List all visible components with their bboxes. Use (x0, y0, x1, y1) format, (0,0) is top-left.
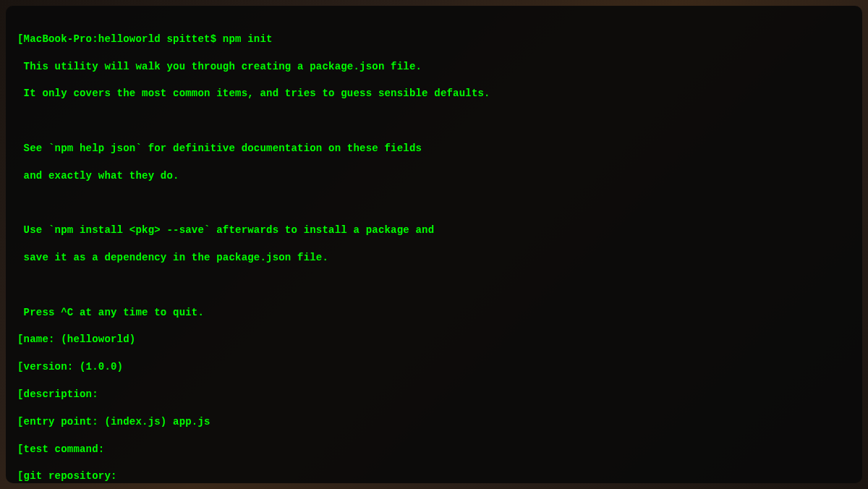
npm-prompt-entrypoint: [entry point: (index.js) app.js (17, 415, 851, 429)
terminal-window[interactable]: [MacBook-Pro:helloworld spittet$ npm ini… (6, 6, 862, 483)
npm-prompt-gitrepo: [git repository: (17, 469, 851, 483)
npm-prompt-version: [version: (1.0.0) (17, 360, 851, 374)
output-line: and exactly what they do. (17, 169, 851, 183)
command-text: npm init (223, 33, 273, 45)
output-line: It only covers the most common items, an… (17, 87, 851, 101)
output-line: See `npm help json` for definitive docum… (17, 142, 851, 156)
npm-prompt-description: [description: (17, 388, 851, 401)
output-line: save it as a dependency in the package.j… (17, 251, 851, 265)
output-blank (17, 278, 851, 292)
output-blank (17, 197, 851, 211)
output-line: Press ^C at any time to quit. (17, 306, 851, 320)
prompt-line-1: [MacBook-Pro:helloworld spittet$ npm ini… (17, 33, 851, 46)
output-line: Use `npm install <pkg> --save` afterward… (17, 224, 851, 237)
prompt-text: MacBook-Pro:helloworld spittet$ (24, 33, 223, 45)
terminal-output: [MacBook-Pro:helloworld spittet$ npm ini… (17, 19, 851, 483)
npm-prompt-testcmd: [test command: (17, 443, 851, 456)
output-line: This utility will walk you through creat… (17, 60, 851, 74)
npm-prompt-name: [name: (helloworld) (17, 333, 851, 346)
output-blank (17, 114, 851, 128)
prompt-bracket: [ (17, 33, 24, 45)
